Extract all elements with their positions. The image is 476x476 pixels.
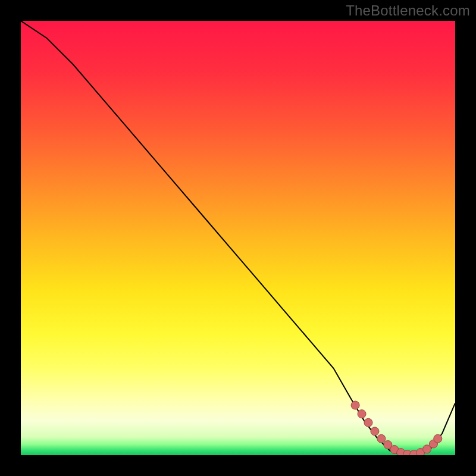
chart-frame: TheBottleneck.com bbox=[0, 0, 476, 476]
gradient-background bbox=[21, 21, 455, 455]
marker-dot bbox=[364, 418, 372, 427]
marker-dot bbox=[371, 427, 379, 436]
plot-area bbox=[21, 21, 455, 455]
watermark-text: TheBottleneck.com bbox=[346, 2, 470, 19]
marker-dot bbox=[358, 410, 366, 418]
marker-dot bbox=[351, 401, 359, 409]
marker-dot bbox=[434, 434, 442, 443]
marker-dot bbox=[377, 434, 386, 443]
chart-svg bbox=[21, 21, 455, 455]
